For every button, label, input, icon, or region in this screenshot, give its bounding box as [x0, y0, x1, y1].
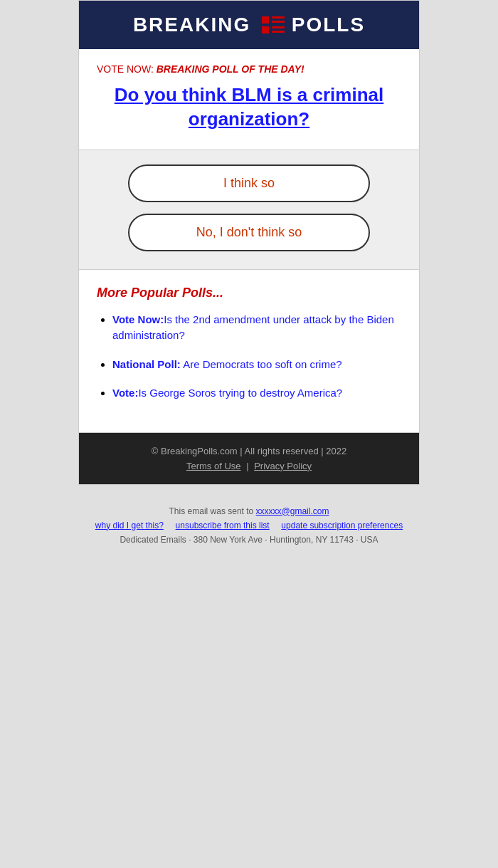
- brand-title-line2: POLLS: [292, 14, 365, 36]
- footer: © BreakingPolls.com | All rights reserve…: [79, 433, 419, 484]
- terms-link[interactable]: Terms of Use: [186, 461, 241, 471]
- poll-link-3[interactable]: Vote:Is George Soros trying to destroy A…: [112, 387, 342, 399]
- brand-name: BREAKING POLLS: [133, 14, 365, 36]
- email-address-link[interactable]: xxxxxx@gmail.com: [256, 506, 329, 516]
- unsubscribe-link[interactable]: unsubscribe from this list: [176, 521, 270, 530]
- svg-rect-4: [272, 26, 285, 28]
- footer-links: Terms of Use | Privacy Policy: [93, 461, 405, 471]
- header: BREAKING POLLS: [79, 1, 419, 49]
- list-item: Vote Now:Is the 2nd amendment under atta…: [112, 312, 401, 344]
- svg-rect-0: [262, 16, 269, 23]
- poll-link-2[interactable]: National Poll: Are Democrats too soft on…: [112, 358, 342, 370]
- poll-link-1[interactable]: Vote Now:Is the 2nd amendment under atta…: [112, 313, 394, 342]
- more-polls-title: More Popular Polls...: [97, 286, 401, 300]
- polls-list: Vote Now:Is the 2nd amendment under atta…: [97, 312, 401, 402]
- more-polls-section: More Popular Polls... Vote Now:Is the 2n…: [79, 270, 419, 433]
- brand-title-line1: BREAKING: [133, 14, 292, 36]
- postal-address: Dedicated Emails · 380 New York Ave · Hu…: [92, 535, 406, 545]
- vote-now-emphasis: BREAKING POLL OF THE DAY!: [157, 63, 304, 75]
- preferences-link[interactable]: update subscription preferences: [281, 521, 403, 530]
- yes-button[interactable]: I think so: [128, 164, 370, 202]
- privacy-link[interactable]: Privacy Policy: [254, 461, 312, 471]
- footer-separator: |: [246, 461, 248, 471]
- poll-question: Do you think BLM is a criminal organizat…: [97, 83, 401, 132]
- vote-now-label: VOTE NOW: BREAKING POLL OF THE DAY!: [97, 63, 401, 75]
- why-link[interactable]: why did I get this?: [95, 521, 164, 530]
- email-wrapper: BREAKING POLLS: [0, 0, 498, 552]
- svg-rect-5: [272, 31, 285, 33]
- buttons-section: I think so No, I don't think so: [79, 150, 419, 270]
- email-sent-to: This email was sent to xxxxxx@gmail.com: [92, 506, 406, 516]
- svg-rect-1: [272, 16, 285, 19]
- list-item: National Poll: Are Democrats too soft on…: [112, 357, 401, 373]
- email-metadata: This email was sent to xxxxxx@gmail.com …: [78, 485, 420, 552]
- main-container: BREAKING POLLS: [78, 0, 420, 485]
- no-button[interactable]: No, I don't think so: [128, 214, 370, 251]
- list-item: Vote:Is George Soros trying to destroy A…: [112, 385, 401, 402]
- poll-section: VOTE NOW: BREAKING POLL OF THE DAY! Do y…: [79, 49, 419, 150]
- email-unsubscribe: why did I get this? unsubscribe from thi…: [92, 521, 406, 530]
- svg-rect-2: [272, 21, 285, 23]
- footer-copyright: © BreakingPolls.com | All rights reserve…: [93, 446, 405, 456]
- svg-rect-3: [262, 26, 269, 33]
